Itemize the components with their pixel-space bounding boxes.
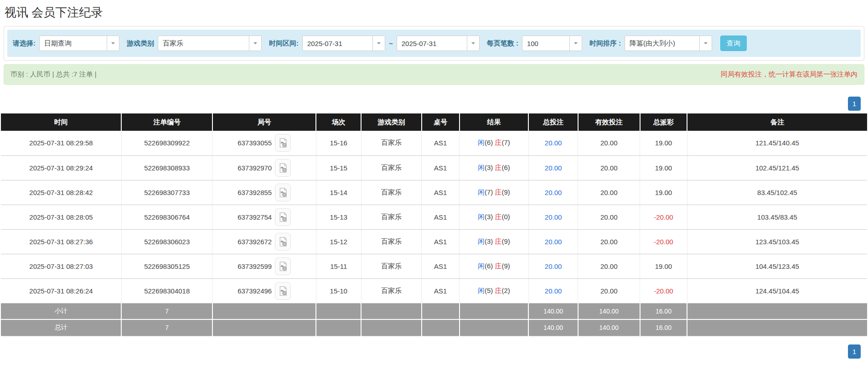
cell-remark: 121.45/140.45 bbox=[687, 131, 867, 155]
time-sort-label: 时间排序 : bbox=[589, 39, 621, 48]
cell-result: 闲(7) 庄(9) bbox=[460, 180, 529, 205]
result-banker-label: 庄 bbox=[495, 287, 502, 294]
subtotal-count: 7 bbox=[121, 303, 212, 319]
date-from-select[interactable]: 2025-07-31 bbox=[302, 36, 385, 51]
cell-game-type: 百家乐 bbox=[361, 229, 422, 254]
total-bet-link[interactable]: 20.00 bbox=[545, 213, 562, 221]
video-record-icon bbox=[278, 236, 288, 247]
cell-table-no: AS1 bbox=[422, 131, 460, 155]
subtotal-total-bet: 140.00 bbox=[528, 303, 578, 319]
table-row: 2025-07-31 08:26:24 522698304018 6373924… bbox=[1, 278, 867, 303]
video-record-button[interactable] bbox=[275, 257, 291, 275]
cell-session: 15-15 bbox=[316, 155, 361, 180]
total-bet-link[interactable]: 20.00 bbox=[545, 139, 562, 147]
cell-total-bet: 20.00 bbox=[528, 205, 578, 229]
video-record-button[interactable] bbox=[275, 208, 291, 226]
cell-total-bet: 20.00 bbox=[528, 278, 578, 303]
table-row: 2025-07-31 08:28:42 522698307733 6373928… bbox=[1, 180, 867, 205]
header-round-id: 局号 bbox=[212, 113, 316, 131]
cell-valid-bet: 20.00 bbox=[578, 229, 640, 254]
header-payout: 总派彩 bbox=[640, 113, 687, 131]
video-record-button[interactable] bbox=[275, 233, 291, 251]
result-player-points: (5) bbox=[485, 287, 493, 294]
video-record-icon bbox=[278, 187, 288, 198]
grand-total-row: 总计 7 140.00 140.00 16.00 bbox=[1, 319, 867, 336]
cell-total-bet: 20.00 bbox=[528, 131, 578, 155]
cell-payout: 19.00 bbox=[640, 254, 687, 278]
page-1-button[interactable]: 1 bbox=[848, 97, 861, 111]
video-record-button[interactable] bbox=[275, 184, 291, 201]
cell-round-id: 637392754 bbox=[212, 205, 316, 229]
cell-payout: 19.00 bbox=[640, 131, 687, 155]
video-record-icon bbox=[278, 163, 288, 173]
cell-round-id: 637393055 bbox=[212, 131, 316, 155]
total-count: 7 bbox=[121, 319, 212, 336]
result-player-label: 闲 bbox=[478, 262, 485, 270]
video-record-button[interactable] bbox=[275, 282, 291, 300]
table-row: 2025-07-31 08:29:58 522698309922 6373930… bbox=[1, 131, 867, 155]
cell-payout: -20.00 bbox=[640, 278, 687, 303]
page-1-button[interactable]: 1 bbox=[848, 344, 861, 359]
cell-session: 15-13 bbox=[316, 205, 361, 229]
header-table-no: 桌号 bbox=[422, 113, 460, 131]
cell-result: 闲(3) 庄(0) bbox=[460, 205, 529, 229]
date-mode-select[interactable]: 日期查询 bbox=[39, 36, 119, 51]
subtotal-label: 小计 bbox=[1, 303, 121, 319]
total-bet-link[interactable]: 20.00 bbox=[545, 164, 562, 172]
result-player-label: 闲 bbox=[478, 213, 485, 221]
cell-game-type: 百家乐 bbox=[361, 205, 422, 229]
total-bet-link[interactable]: 20.00 bbox=[545, 262, 562, 270]
cell-game-type: 百家乐 bbox=[361, 131, 422, 155]
caret-down-icon[interactable] bbox=[699, 36, 712, 51]
round-id-text: 637392754 bbox=[238, 213, 272, 221]
caret-down-icon[interactable] bbox=[467, 36, 479, 51]
cell-time: 2025-07-31 08:28:42 bbox=[1, 180, 121, 205]
cell-result: 闲(3) 庄(6) bbox=[460, 155, 529, 180]
summary-bar: 币别 : 人民币 | 总共 :7 注单 | 同局有效投注，统一计算在该局第一张注… bbox=[4, 64, 864, 85]
game-type-select[interactable]: 百家乐 bbox=[158, 36, 262, 51]
cell-result: 闲(6) 庄(7) bbox=[460, 131, 529, 155]
header-game-type: 游戏类别 bbox=[361, 113, 422, 131]
cell-session: 15-11 bbox=[316, 254, 361, 278]
total-bet-link[interactable]: 20.00 bbox=[545, 238, 562, 246]
cell-payout: -20.00 bbox=[640, 229, 687, 254]
cell-valid-bet: 20.00 bbox=[578, 254, 640, 278]
caret-down-icon[interactable] bbox=[372, 36, 385, 51]
cell-result: 闲(6) 庄(9) bbox=[460, 254, 529, 278]
caret-down-icon[interactable] bbox=[249, 36, 261, 51]
total-valid-bet: 140.00 bbox=[578, 319, 640, 336]
round-id-text: 637392672 bbox=[238, 238, 272, 246]
page-size-select[interactable]: 100 bbox=[522, 36, 582, 51]
cell-remark: 124.45/104.45 bbox=[687, 278, 867, 303]
cell-table-no: AS1 bbox=[422, 278, 460, 303]
filter-panel: 请选择: 日期查询 游戏类别 百家乐 时间区间: 2025-07-31 ~ 20… bbox=[4, 26, 864, 61]
cell-session: 15-10 bbox=[316, 278, 361, 303]
bet-records-table: 时间 注单编号 局号 场次 游戏类别 桌号 结果 总投注 有效投注 总派彩 备注… bbox=[1, 113, 867, 336]
search-button[interactable]: 查询 bbox=[720, 36, 747, 51]
time-sort-select[interactable]: 降冪(由大到小) bbox=[625, 36, 712, 51]
cell-session: 15-16 bbox=[316, 131, 361, 155]
cell-bet-id: 522698306023 bbox=[121, 229, 212, 254]
result-player-label: 闲 bbox=[478, 188, 485, 196]
caret-down-icon[interactable] bbox=[569, 36, 582, 51]
total-bet-link[interactable]: 20.00 bbox=[545, 189, 562, 196]
cell-round-id: 637392496 bbox=[212, 278, 316, 303]
result-player-label: 闲 bbox=[478, 164, 485, 171]
result-banker-label: 庄 bbox=[495, 237, 502, 245]
cell-payout: 19.00 bbox=[640, 155, 687, 180]
cell-bet-id: 522698308933 bbox=[121, 155, 212, 180]
caret-down-icon[interactable] bbox=[107, 36, 119, 51]
time-sort-value: 降冪(由大到小) bbox=[625, 36, 699, 51]
result-banker-points: (6) bbox=[502, 164, 510, 171]
cell-table-no: AS1 bbox=[422, 205, 460, 229]
video-record-button[interactable] bbox=[275, 159, 291, 177]
result-player-label: 闲 bbox=[478, 237, 485, 245]
cell-bet-id: 522698305125 bbox=[121, 254, 212, 278]
total-bet-link[interactable]: 20.00 bbox=[545, 287, 562, 295]
video-record-button[interactable] bbox=[275, 134, 291, 152]
date-to-select[interactable]: 2025-07-31 bbox=[397, 36, 480, 51]
result-player-label: 闲 bbox=[478, 287, 485, 294]
cell-game-type: 百家乐 bbox=[361, 278, 422, 303]
cell-valid-bet: 20.00 bbox=[578, 278, 640, 303]
round-id-text: 637392855 bbox=[238, 189, 272, 196]
